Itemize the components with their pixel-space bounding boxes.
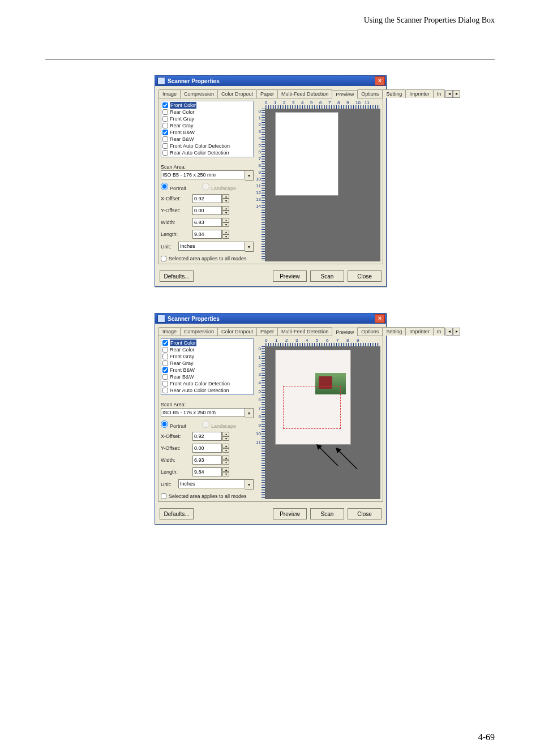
unit-value[interactable] bbox=[178, 479, 245, 488]
titlebar: Scanner Properties × bbox=[155, 76, 386, 86]
number-field[interactable]: ▴▾ bbox=[192, 432, 229, 441]
preview-page bbox=[275, 350, 351, 445]
close-button[interactable]: Close bbox=[348, 508, 382, 519]
image-selection-item[interactable]: Front Color bbox=[162, 102, 252, 109]
orientation-landscape[interactable]: Landscape bbox=[202, 183, 236, 191]
image-selection-item[interactable]: Front Color bbox=[162, 340, 252, 346]
preview-canvas[interactable] bbox=[265, 109, 380, 261]
orientation-portrait[interactable]: Portrait bbox=[161, 420, 186, 429]
image-selection-item[interactable]: Front B&W bbox=[162, 367, 252, 373]
scan-area-combo[interactable]: ▾ bbox=[161, 408, 254, 418]
spin-down-icon[interactable]: ▾ bbox=[222, 211, 229, 215]
close-button[interactable]: Close bbox=[348, 270, 382, 282]
preview-button[interactable]: Preview bbox=[273, 270, 307, 282]
scan-area-value[interactable] bbox=[161, 170, 245, 179]
image-selection-item[interactable]: Rear Color bbox=[162, 109, 252, 115]
tab-in[interactable]: In bbox=[433, 327, 445, 336]
preview-button[interactable]: Preview bbox=[273, 508, 307, 519]
image-selection-item[interactable]: Rear Auto Color Detection bbox=[162, 387, 252, 394]
spin-up-icon[interactable]: ▴ bbox=[222, 467, 229, 472]
all-modes-checkbox[interactable]: Selected area applies to all modes bbox=[161, 256, 254, 261]
tab-imprinter[interactable]: Imprinter bbox=[405, 327, 434, 336]
image-selection-item[interactable]: Front Auto Color Detection bbox=[162, 143, 252, 149]
image-selection-list[interactable]: Front ColorRear ColorFront GrayRear Gray… bbox=[161, 338, 254, 395]
tab-multi-feed-detection[interactable]: Multi-Feed Detection bbox=[277, 327, 332, 336]
tab-setting[interactable]: Setting bbox=[382, 89, 406, 98]
number-field[interactable]: ▴▾ bbox=[192, 444, 229, 453]
spin-up-icon[interactable]: ▴ bbox=[222, 444, 229, 448]
defaults-button[interactable]: Defaults... bbox=[160, 270, 194, 282]
tab-imprinter[interactable]: Imprinter bbox=[405, 89, 434, 98]
spin-up-icon[interactable]: ▴ bbox=[222, 206, 229, 211]
spin-down-icon[interactable]: ▾ bbox=[222, 472, 229, 476]
spin-down-icon[interactable]: ▾ bbox=[222, 448, 229, 453]
spin-up-icon[interactable]: ▴ bbox=[222, 230, 229, 234]
number-field[interactable]: ▴▾ bbox=[192, 218, 229, 227]
number-field[interactable]: ▴▾ bbox=[192, 194, 229, 203]
spin-up-icon[interactable]: ▴ bbox=[222, 194, 229, 199]
close-icon[interactable]: × bbox=[375, 314, 385, 323]
scan-button[interactable]: Scan bbox=[310, 508, 344, 519]
scan-area-value[interactable] bbox=[161, 408, 245, 417]
tab-image[interactable]: Image bbox=[158, 89, 181, 98]
image-selection-item[interactable]: Rear Gray bbox=[162, 122, 252, 129]
spin-up-icon[interactable]: ▴ bbox=[222, 432, 229, 436]
tab-strip: ImageCompressionColor DropoutPaperMulti-… bbox=[155, 324, 386, 336]
scan-area-combo[interactable]: ▾ bbox=[161, 170, 254, 181]
defaults-button[interactable]: Defaults... bbox=[160, 508, 194, 519]
preview-canvas[interactable] bbox=[265, 346, 380, 499]
spin-down-icon[interactable]: ▾ bbox=[222, 436, 229, 441]
orientation-landscape[interactable]: Landscape bbox=[202, 420, 236, 429]
number-field[interactable]: ▴▾ bbox=[192, 206, 229, 215]
tab-paper[interactable]: Paper bbox=[256, 89, 278, 98]
tab-options[interactable]: Options bbox=[357, 327, 383, 336]
image-selection-item[interactable]: Rear B&W bbox=[162, 136, 252, 143]
tab-compression[interactable]: Compression bbox=[180, 327, 218, 336]
number-field[interactable]: ▴▾ bbox=[192, 456, 229, 465]
tab-options[interactable]: Options bbox=[357, 89, 383, 98]
tab-multi-feed-detection[interactable]: Multi-Feed Detection bbox=[277, 89, 332, 98]
spin-down-icon[interactable]: ▾ bbox=[222, 199, 229, 203]
tab-in[interactable]: In bbox=[433, 89, 445, 98]
image-selection-item[interactable]: Rear B&W bbox=[162, 373, 252, 380]
all-modes-checkbox[interactable]: Selected area applies to all modes bbox=[161, 493, 254, 499]
tab-preview[interactable]: Preview bbox=[332, 90, 358, 98]
chevron-down-icon[interactable]: ▾ bbox=[245, 170, 254, 181]
spin-up-icon[interactable]: ▴ bbox=[222, 456, 229, 460]
image-selection-item[interactable]: Rear Gray bbox=[162, 360, 252, 367]
image-selection-list[interactable]: Front ColorRear ColorFront GrayRear Gray… bbox=[161, 101, 254, 157]
orientation-portrait[interactable]: Portrait bbox=[161, 183, 186, 191]
chevron-down-icon[interactable]: ▾ bbox=[245, 408, 254, 418]
image-selection-item[interactable]: Front Gray bbox=[162, 115, 252, 122]
chevron-down-icon[interactable]: ▾ bbox=[245, 479, 254, 489]
image-selection-item[interactable]: Front Gray bbox=[162, 353, 252, 360]
figure-1: Scanner Properties × ImageCompressionCol… bbox=[155, 75, 385, 287]
number-field[interactable]: ▴▾ bbox=[192, 467, 229, 476]
scan-button[interactable]: Scan bbox=[310, 270, 344, 282]
tab-color-dropout[interactable]: Color Dropout bbox=[217, 89, 257, 98]
close-icon[interactable]: × bbox=[375, 76, 385, 85]
unit-combo[interactable]: ▾ bbox=[178, 242, 254, 252]
tab-scroll-right[interactable]: ▸ bbox=[453, 90, 460, 98]
tab-scroll-left[interactable]: ◂ bbox=[445, 328, 453, 336]
unit-combo[interactable]: ▾ bbox=[178, 479, 254, 489]
image-selection-item[interactable]: Front B&W bbox=[162, 129, 252, 136]
tab-preview[interactable]: Preview bbox=[332, 328, 358, 336]
tab-compression[interactable]: Compression bbox=[180, 89, 218, 98]
image-selection-item[interactable]: Rear Color bbox=[162, 346, 252, 353]
spin-up-icon[interactable]: ▴ bbox=[222, 218, 229, 222]
spin-down-icon[interactable]: ▾ bbox=[222, 234, 229, 239]
image-selection-item[interactable]: Rear Auto Color Detection bbox=[162, 149, 252, 156]
spin-down-icon[interactable]: ▾ bbox=[222, 222, 229, 227]
tab-scroll-right[interactable]: ▸ bbox=[453, 328, 460, 336]
chevron-down-icon[interactable]: ▾ bbox=[245, 242, 254, 252]
tab-image[interactable]: Image bbox=[158, 327, 181, 336]
image-selection-item[interactable]: Front Auto Color Detection bbox=[162, 380, 252, 387]
unit-value[interactable] bbox=[178, 242, 245, 251]
number-field[interactable]: ▴▾ bbox=[192, 230, 229, 239]
tab-paper[interactable]: Paper bbox=[256, 327, 278, 336]
tab-scroll-left[interactable]: ◂ bbox=[445, 90, 453, 98]
tab-setting[interactable]: Setting bbox=[382, 327, 406, 336]
spin-down-icon[interactable]: ▾ bbox=[222, 460, 229, 465]
tab-color-dropout[interactable]: Color Dropout bbox=[217, 327, 257, 336]
